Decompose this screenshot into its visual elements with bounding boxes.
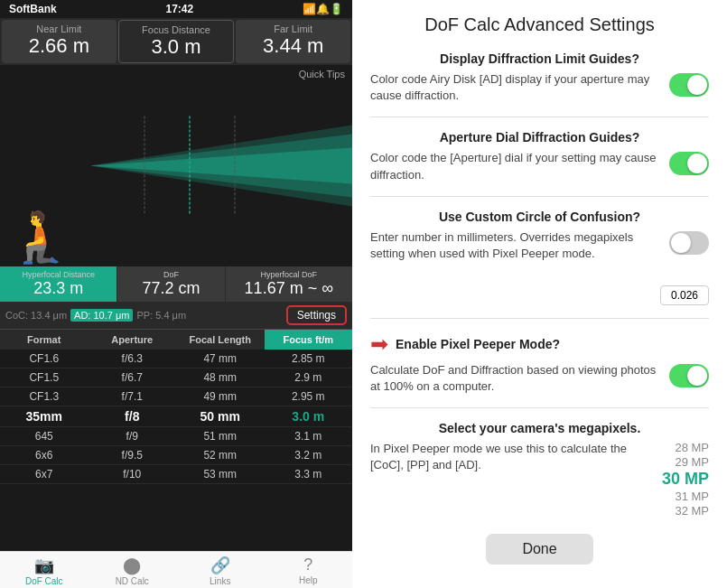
diffraction-toggle-knob (687, 75, 707, 95)
mp-item: 28 MP (675, 441, 709, 454)
th-focal-length: Focal Length (176, 330, 265, 350)
th-format: Format (0, 330, 89, 350)
aperture-dial-toggle[interactable] (669, 152, 709, 175)
panel-title: DoF Calc Advanced Settings (370, 14, 709, 35)
tab-dof-calc[interactable]: 📷 DoF Calc (0, 555, 89, 586)
dof-box: DoF 77.2 cm (117, 266, 224, 302)
table-cell: 48 mm (176, 369, 265, 387)
pixel-peeper-desc: Calculate DoF and Diffraction based on v… (370, 362, 660, 395)
pixel-peeper-heading: Enable Pixel Peeper Mode? (396, 337, 560, 351)
diffraction-toggle[interactable] (669, 73, 709, 97)
table-row[interactable]: 35mmf/850 mm3.0 m (0, 406, 352, 427)
far-limit-value: 3.44 m (238, 34, 349, 58)
near-limit-label: Near Limit (4, 23, 115, 34)
diffraction-row: Color code Airy Disk [AD] display if you… (370, 71, 709, 104)
table-cell: f/7.1 (89, 387, 177, 406)
arrow-icon: ➡ (370, 331, 388, 357)
table-row[interactable]: CF1.5f/6.748 mm2.9 m (0, 369, 352, 387)
table-cell: CF1.5 (0, 369, 89, 387)
diffraction-section: Display Diffraction Limit Guides? Color … (370, 51, 709, 104)
divider-2 (370, 196, 709, 197)
th-aperture: Aperture (89, 330, 177, 350)
hyperfocal-value: 23.3 m (4, 279, 113, 298)
near-limit-box: Near Limit 2.66 m (2, 20, 117, 63)
coc-toggle-knob (671, 233, 691, 253)
table-cell: f/9 (89, 427, 177, 445)
dof-calc-icon: 📷 (34, 555, 54, 575)
table-cell: 35mm (0, 406, 89, 426)
right-panel: DoF Calc Advanced Settings Display Diffr… (352, 0, 727, 588)
far-limit-label: Far Limit (238, 23, 349, 34)
arrow-row: ➡ Enable Pixel Peeper Mode? (370, 331, 709, 357)
distance-boxes: Near Limit 2.66 m Focus Distance 3.0 m F… (0, 18, 352, 65)
table-cell: 6x6 (0, 446, 89, 464)
coc-input[interactable]: 0.026 (660, 285, 709, 305)
hyperfocal-dof-value: 11.67 m ~ ∞ (229, 279, 349, 298)
table-cell: 645 (0, 427, 89, 445)
pixel-peeper-toggle[interactable] (669, 364, 709, 387)
table-row[interactable]: CF1.3f/7.149 mm2.95 m (0, 387, 352, 406)
coc-toggle[interactable] (669, 231, 709, 255)
table-cell: f/10 (89, 465, 177, 483)
hyperfocal-dof-box: Hyperfocal DoF 11.67 m ~ ∞ (226, 266, 352, 302)
aperture-dial-desc: Color code the [Aperture] dial if your s… (370, 150, 660, 182)
settings-button[interactable]: Settings (286, 305, 347, 325)
megapixels-desc: In Pixel Peeper mode we use this to calc… (370, 441, 653, 473)
hyperfocal-row: Hyperfocal Distance 23.3 m DoF 77.2 cm H… (0, 266, 352, 302)
table-cell: 50 mm (176, 406, 265, 426)
focus-distance-box: Focus Distance 3.0 m (118, 20, 235, 63)
divider-1 (370, 117, 709, 117)
aperture-dial-section: Aperture Dial Diffraction Guides? Color … (370, 130, 709, 182)
table-cell: 49 mm (176, 387, 265, 406)
time: 17:42 (165, 3, 193, 15)
camera-area: Quick Tips 🧎 (0, 65, 352, 266)
coc-row: Enter number in millimeters. Overrides m… (370, 229, 709, 305)
mp-item: 29 MP (675, 455, 709, 469)
table-row[interactable]: 6x7f/1053 mm3.3 m (0, 465, 352, 484)
tab-nd-calc[interactable]: ⬤ ND Calc (89, 555, 177, 586)
coc-tag: CoC: 13.4 μm (5, 310, 67, 321)
tab-help[interactable]: ? Help (265, 555, 353, 586)
diffraction-heading: Display Diffraction Limit Guides? (370, 51, 709, 66)
tab-nd-label: ND Calc (116, 576, 149, 586)
divider-3 (370, 318, 709, 319)
th-focus: Focus ft/m (265, 330, 353, 350)
megapixels-section: Select your camera's megapixels. In Pixe… (370, 421, 709, 518)
table-cell: 3.2 m (265, 446, 353, 464)
hyperfocal-distance-box: Hyperfocal Distance 23.3 m (0, 266, 117, 302)
mp-item: 32 MP (675, 504, 709, 518)
table-row[interactable]: 6x6f/9.552 mm3.2 m (0, 446, 352, 465)
table-cell: 2.95 m (265, 387, 353, 406)
photographer-icon: 🧎 (9, 212, 71, 262)
table-cell: 3.1 m (265, 427, 353, 445)
table-cell: CF1.6 (0, 350, 89, 368)
table-cell: 51 mm (176, 427, 265, 445)
pixel-peeper-toggle-knob (687, 366, 707, 386)
left-panel: SoftBank 17:42 📶🔔🔋 Near Limit 2.66 m Foc… (0, 0, 352, 588)
aperture-dial-toggle-knob (687, 154, 707, 173)
table-cell: 52 mm (176, 446, 265, 464)
divider-4 (370, 407, 709, 408)
table-cell: f/6.7 (89, 369, 177, 387)
mp-item[interactable]: 30 MP (662, 470, 709, 489)
tab-dof-label: DoF Calc (25, 576, 63, 586)
hyperfocal-dof-label: Hyperfocal DoF (229, 270, 349, 279)
tab-help-label: Help (299, 575, 318, 585)
focus-distance-label: Focus Distance (121, 24, 232, 35)
done-button[interactable]: Done (486, 534, 592, 565)
table-row[interactable]: CF1.6f/6.347 mm2.85 m (0, 350, 352, 369)
diffraction-desc: Color code Airy Disk [AD] display if you… (370, 71, 660, 104)
focus-distance-value: 3.0 m (121, 35, 232, 59)
info-bar: CoC: 13.4 μm AD: 10.7 μm PP: 5.4 μm Sett… (0, 302, 352, 329)
coc-desc: Enter number in millimeters. Overrides m… (370, 229, 651, 262)
megapixels-heading: Select your camera's megapixels. (370, 421, 709, 435)
aperture-dial-row: Color code the [Aperture] dial if your s… (370, 150, 709, 182)
aperture-dial-heading: Aperture Dial Diffraction Guides? (370, 130, 709, 145)
help-icon: ? (303, 555, 312, 574)
coc-heading: Use Custom Circle of Confusion? (370, 210, 709, 224)
dof-value: 77.2 cm (121, 279, 220, 298)
table-row[interactable]: 645f/951 mm3.1 m (0, 427, 352, 446)
tab-links[interactable]: 🔗 Links (176, 555, 265, 586)
links-icon: 🔗 (210, 555, 230, 575)
far-limit-box: Far Limit 3.44 m (236, 20, 350, 63)
